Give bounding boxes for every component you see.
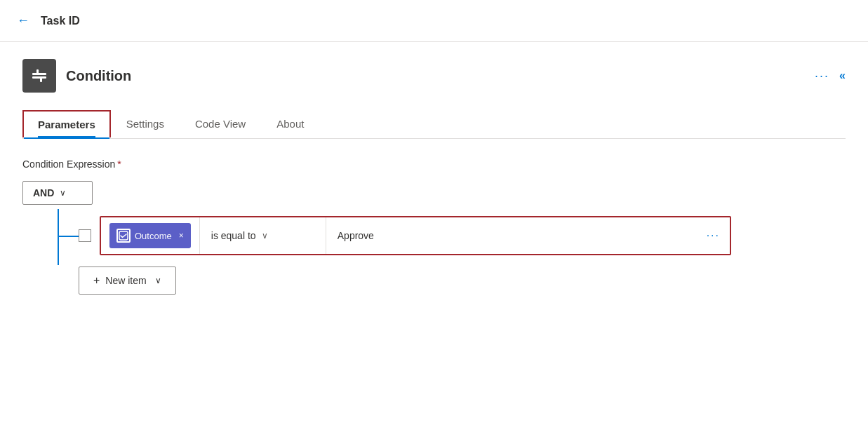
new-item-chevron-icon: ∨ — [155, 276, 161, 285]
condition-value-input[interactable] — [326, 217, 697, 254]
tree-connector — [36, 216, 79, 255]
header: ← Task ID — [0, 0, 868, 42]
vertical-line — [58, 209, 59, 265]
outcome-chip: Outcome × — [109, 223, 191, 248]
new-item-label: New item — [105, 275, 146, 286]
condition-expression-label: Condition Expression* — [22, 158, 846, 170]
collapse-button[interactable]: « — [839, 69, 846, 82]
condition-icon — [22, 59, 56, 93]
and-dropdown[interactable]: AND ∨ — [22, 181, 93, 205]
action-ellipsis-button[interactable]: ··· — [815, 69, 829, 83]
svg-rect-2 — [36, 69, 39, 74]
svg-rect-0 — [32, 73, 46, 75]
action-header: Condition ··· « — [22, 59, 846, 93]
condition-row-ellipsis-button[interactable]: ··· — [697, 217, 730, 254]
and-dropdown-value: AND — [33, 187, 54, 198]
svg-rect-1 — [32, 76, 46, 79]
back-icon: ← — [17, 13, 29, 28]
outcome-chip-icon — [116, 229, 131, 243]
new-item-plus-icon: + — [93, 274, 100, 287]
required-marker: * — [117, 158, 121, 170]
row-checkbox[interactable] — [79, 229, 91, 242]
main-content: Condition ··· « Parameters Settings Code… — [0, 42, 868, 311]
action-header-right: ··· « — [815, 69, 846, 83]
outcome-chip-close-icon[interactable]: × — [179, 231, 184, 241]
operator-dropdown[interactable]: is equal to ∨ — [200, 217, 326, 254]
operator-label: is equal to — [211, 230, 256, 241]
tabs-bar: Parameters Settings Code View About — [22, 109, 846, 139]
condition-row-box: Outcome × is equal to ∨ ··· — [100, 216, 731, 255]
and-dropdown-chevron-icon: ∨ — [60, 188, 66, 198]
tab-codeview[interactable]: Code View — [180, 109, 261, 138]
operator-chevron-icon: ∨ — [262, 231, 268, 241]
svg-rect-3 — [40, 78, 42, 82]
tab-active-underline — [38, 136, 95, 137]
tab-about[interactable]: About — [261, 109, 319, 138]
tab-parameters[interactable]: Parameters — [22, 110, 111, 137]
action-header-left: Condition — [22, 59, 131, 93]
action-title: Condition — [66, 68, 131, 84]
page-title: Task ID — [41, 15, 80, 27]
horizontal-line — [58, 236, 79, 237]
tab-settings[interactable]: Settings — [111, 109, 180, 138]
new-item-button[interactable]: + New item ∨ — [79, 267, 176, 295]
outcome-chip-label: Outcome — [135, 231, 172, 241]
back-button[interactable]: ← — [17, 13, 29, 28]
